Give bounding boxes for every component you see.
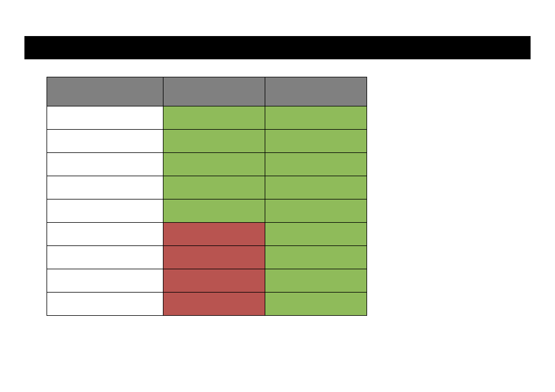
status-cell [163,269,265,293]
row-label-cell [47,153,163,176]
status-cell [163,130,265,153]
table-row [47,223,367,246]
status-cell [265,269,367,293]
status-cell [265,293,367,316]
table-row [47,199,367,223]
status-cell [163,106,265,130]
table-header-cell [47,77,163,106]
table-row [47,130,367,153]
status-cell [265,130,367,153]
status-cell [265,246,367,269]
table-header-row [47,77,367,106]
status-cell [265,176,367,199]
row-label-cell [47,246,163,269]
status-cell [265,199,367,223]
row-label-cell [47,269,163,293]
table-row [47,106,367,130]
title-bar [24,36,531,59]
table-row [47,269,367,293]
row-label-cell [47,106,163,130]
table-header-cell [163,77,265,106]
row-label-cell [47,199,163,223]
table-row [47,176,367,199]
table-row [47,293,367,316]
row-label-cell [47,223,163,246]
status-cell [265,223,367,246]
status-cell [163,293,265,316]
row-label-cell [47,293,163,316]
table-header-cell [265,77,367,106]
comparison-table [47,77,367,316]
status-cell [163,176,265,199]
row-label-cell [47,176,163,199]
row-label-cell [47,130,163,153]
status-cell [163,199,265,223]
status-cell [163,223,265,246]
status-cell [163,153,265,176]
status-cell [265,106,367,130]
table-row [47,153,367,176]
table-row [47,246,367,269]
status-cell [265,153,367,176]
status-cell [163,246,265,269]
status-table [47,77,367,316]
